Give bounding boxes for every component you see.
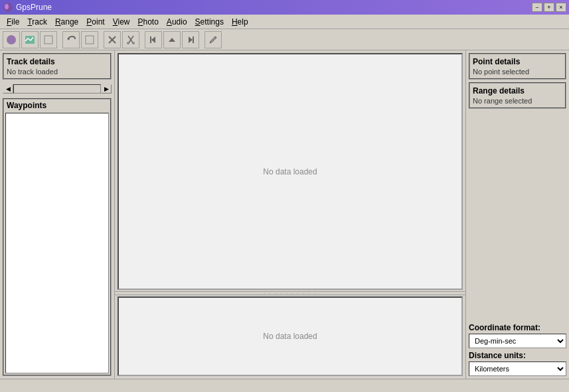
range-details-subtitle: No range selected	[473, 97, 562, 105]
profile-view[interactable]: No data loaded	[118, 296, 463, 376]
menu-item-range[interactable]: Range	[51, 16, 82, 28]
distance-units-select-wrapper[interactable]: Kilometers Miles Nautical miles	[469, 361, 566, 376]
main-content: Track details No track loaded ◀ ▶ Waypoi…	[0, 50, 569, 379]
open-icon	[6, 34, 17, 45]
blank-icon	[43, 34, 54, 45]
title-bar: GpsPrune − + ×	[0, 0, 569, 15]
scroll-track[interactable]	[13, 84, 101, 94]
toolbar	[0, 29, 569, 50]
track-details-title: Track details	[7, 57, 108, 66]
svg-point-11	[127, 42, 129, 44]
coordinate-format-select-wrapper[interactable]: Deg-min-sec Decimal degrees Deg-min	[469, 334, 566, 348]
close-button[interactable]: ×	[556, 3, 566, 12]
blank2-icon	[84, 34, 95, 45]
menu-item-point[interactable]: Point	[82, 16, 108, 28]
track-details-section: Track details No track loaded	[3, 53, 112, 80]
right-panel: Point details No point selected Range de…	[466, 50, 569, 379]
toolbar-btn-blank2[interactable]	[81, 31, 98, 48]
menu-item-audio[interactable]: Audio	[163, 16, 191, 28]
toolbar-btn-undo[interactable]	[62, 31, 80, 48]
scroll-left-arrow[interactable]: ◀	[3, 84, 13, 94]
track-details-subtitle: No track loaded	[7, 68, 108, 76]
toolbar-btn-delete[interactable]	[104, 31, 121, 48]
prev-icon	[148, 34, 159, 45]
toolbar-btn-edit[interactable]	[204, 31, 222, 48]
left-panel: Track details No track loaded ◀ ▶ Waypoi…	[0, 50, 115, 379]
toolbar-btn-next-up[interactable]	[163, 31, 181, 48]
coordinate-section: Coordinate format: Deg-min-sec Decimal d…	[466, 320, 569, 379]
svg-rect-4	[44, 36, 52, 44]
minimize-button[interactable]: −	[532, 3, 542, 12]
next-icon	[185, 34, 196, 45]
toolbar-btn-cut[interactable]	[122, 31, 139, 48]
menu-item-settings[interactable]: Settings	[191, 16, 228, 28]
map-view[interactable]: No data loaded	[118, 53, 463, 290]
distance-units-select[interactable]: Kilometers Miles Nautical miles	[469, 363, 566, 375]
map-icon	[25, 34, 35, 45]
window-controls: − + ×	[532, 3, 566, 12]
title-bar-left: GpsPrune	[3, 2, 52, 13]
toolbar-btn-next[interactable]	[182, 31, 199, 48]
svg-rect-6	[86, 36, 94, 44]
track-scrollbar: ◀ ▶	[3, 84, 112, 94]
toolbar-btn-map[interactable]	[21, 31, 39, 48]
toolbar-btn-prev[interactable]	[145, 31, 162, 48]
toolbar-btn-open[interactable]	[3, 31, 20, 48]
app-icon	[3, 2, 13, 13]
svg-point-12	[132, 42, 135, 44]
menu-item-file[interactable]: File	[3, 16, 23, 28]
map-no-data-text: No data loaded	[263, 167, 317, 176]
up-icon	[167, 34, 177, 45]
center-panel: No data loaded · · · · · · · · · · No da…	[115, 50, 466, 379]
profile-no-data-text: No data loaded	[263, 332, 317, 341]
menu-item-track[interactable]: Track	[23, 16, 51, 28]
splitter-dots: · · · · · · · · · ·	[264, 291, 317, 296]
point-details-title: Point details	[473, 57, 562, 66]
menu-item-help[interactable]: Help	[228, 16, 252, 28]
svg-marker-15	[169, 38, 175, 42]
svg-point-1	[5, 4, 9, 9]
right-spacer	[466, 110, 569, 320]
maximize-button[interactable]: +	[544, 3, 554, 12]
map-profile-splitter[interactable]: · · · · · · · · · ·	[115, 291, 465, 295]
coordinate-format-select[interactable]: Deg-min-sec Decimal degrees Deg-min	[469, 335, 566, 347]
scroll-right-arrow[interactable]: ▶	[101, 84, 112, 94]
range-details-section: Range details No range selected	[469, 82, 566, 109]
point-details-subtitle: No point selected	[473, 68, 562, 76]
delete-icon	[107, 34, 118, 45]
cut-icon	[125, 34, 136, 45]
window-title: GpsPrune	[16, 3, 52, 12]
menu-item-photo[interactable]: Photo	[133, 16, 162, 28]
menu-item-view[interactable]: View	[109, 16, 134, 28]
waypoints-list[interactable]	[5, 113, 109, 373]
svg-marker-16	[189, 36, 193, 43]
status-bar	[0, 379, 569, 392]
toolbar-btn-blank1[interactable]	[40, 31, 57, 48]
point-details-section: Point details No point selected	[469, 53, 566, 80]
waypoints-title: Waypoints	[4, 99, 110, 111]
edit-icon	[208, 34, 218, 45]
undo-icon	[66, 34, 76, 45]
range-details-title: Range details	[473, 86, 562, 96]
menu-bar: FileTrackRangePointViewPhotoAudioSetting…	[0, 15, 569, 29]
distance-units-label: Distance units:	[469, 351, 566, 360]
waypoints-section: Waypoints	[3, 98, 112, 376]
svg-point-2	[7, 35, 16, 44]
coordinate-format-label: Coordinate format:	[469, 323, 566, 332]
svg-marker-13	[151, 36, 155, 43]
